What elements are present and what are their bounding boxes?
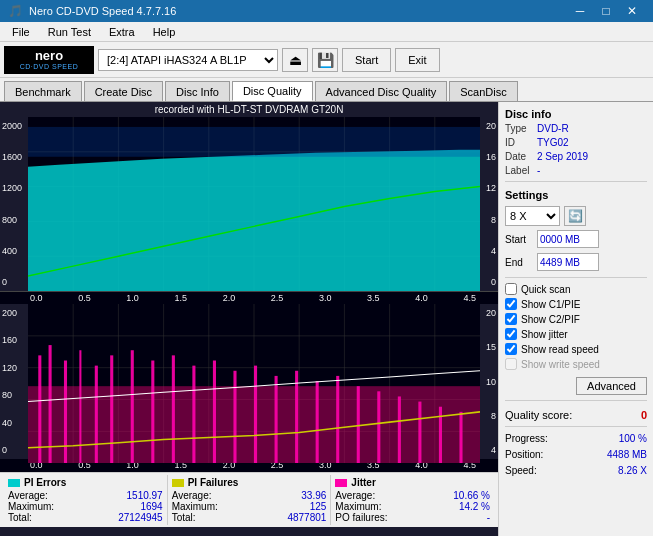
pi-failures-average-val: 33.96 [301, 490, 326, 501]
svg-rect-47 [336, 376, 339, 463]
quick-scan-label: Quick scan [521, 284, 570, 295]
top-chart-svg [28, 117, 480, 291]
label-value: - [537, 165, 540, 176]
quality-score-value: 0 [641, 409, 647, 421]
svg-rect-40 [192, 366, 195, 464]
quality-score-label: Quality score: [505, 409, 572, 421]
legend: PI Errors Average: 1510.97 Maximum: 1694… [0, 472, 498, 527]
refresh-button[interactable]: 🔄 [564, 206, 586, 226]
menu-help[interactable]: Help [145, 24, 184, 40]
pi-errors-label: PI Errors [24, 477, 66, 488]
speed-result-value: 8.26 X [618, 465, 647, 476]
menu-extra[interactable]: Extra [101, 24, 143, 40]
speed-label: Speed: [505, 465, 537, 476]
show-jitter-checkbox[interactable] [505, 328, 517, 340]
jitter-color-swatch [335, 479, 347, 487]
position-value: 4488 MB [607, 449, 647, 460]
type-label: Type [505, 123, 533, 134]
id-label: ID [505, 137, 533, 148]
show-write-speed-label: Show write speed [521, 359, 600, 370]
titlebar: 🎵 Nero CD-DVD Speed 4.7.7.16 ─ □ ✕ [0, 0, 653, 22]
jitter-average-val: 10.66 % [453, 490, 490, 501]
start-button[interactable]: Start [342, 48, 391, 72]
toolbar: nero CD·DVD SPEED [2:4] ATAPI iHAS324 A … [0, 42, 653, 78]
svg-marker-14 [28, 150, 480, 291]
pi-failures-maximum-val: 125 [310, 501, 327, 512]
pi-errors-average-label: Average: [8, 490, 48, 501]
chart-area: recorded with HL-DT-ST DVDRAM GT20N 2000… [0, 102, 498, 536]
speed-select[interactable]: 8 X [505, 206, 560, 226]
svg-rect-32 [49, 345, 52, 463]
start-input[interactable] [537, 230, 599, 248]
legend-pi-errors: PI Errors Average: 1510.97 Maximum: 1694… [4, 475, 168, 525]
advanced-button[interactable]: Advanced [576, 377, 647, 395]
progress-value: 100 % [619, 433, 647, 444]
settings-section-label: Settings [505, 189, 647, 201]
quick-scan-checkbox[interactable] [505, 283, 517, 295]
pi-errors-average-val: 1510.97 [127, 490, 163, 501]
id-value: TYG02 [537, 137, 569, 148]
exit-button[interactable]: Exit [395, 48, 439, 72]
divider-2 [505, 277, 647, 278]
tab-scan-disc[interactable]: ScanDisc [449, 81, 517, 101]
app-logo: nero CD·DVD SPEED [4, 46, 94, 74]
date-value: 2 Sep 2019 [537, 151, 588, 162]
pi-errors-color-swatch [8, 479, 20, 487]
chart-title: recorded with HL-DT-ST DVDRAM GT20N [0, 102, 498, 117]
bottom-yaxis-right: 20 15 10 8 4 [478, 304, 496, 459]
svg-rect-51 [418, 402, 421, 464]
maximize-button[interactable]: □ [593, 1, 619, 21]
disc-info-section-label: Disc info [505, 108, 647, 120]
pi-errors-total-label: Total: [8, 512, 32, 523]
tab-disc-quality[interactable]: Disc Quality [232, 81, 313, 101]
tab-benchmark[interactable]: Benchmark [4, 81, 82, 101]
top-chart: 2000 1600 1200 800 400 0 20 16 12 8 4 0 [0, 117, 498, 292]
drive-select[interactable]: [2:4] ATAPI iHAS324 A BL1P [98, 49, 278, 71]
svg-rect-42 [233, 371, 236, 463]
svg-rect-52 [439, 407, 442, 463]
show-c1pie-checkbox[interactable] [505, 298, 517, 310]
jitter-label: Jitter [351, 477, 375, 488]
save-button[interactable]: 💾 [312, 48, 338, 72]
end-input[interactable] [537, 253, 599, 271]
pi-failures-total-val: 4877801 [287, 512, 326, 523]
divider-3 [505, 400, 647, 401]
eject-button[interactable]: ⏏ [282, 48, 308, 72]
svg-rect-46 [316, 381, 319, 463]
svg-rect-38 [151, 360, 154, 463]
legend-jitter: Jitter Average: 10.66 % Maximum: 14.2 % … [331, 475, 494, 525]
pi-errors-maximum-val: 1694 [140, 501, 162, 512]
top-yaxis-right: 20 16 12 8 4 0 [478, 117, 496, 291]
bottom-chart-svg [28, 304, 480, 463]
jitter-maximum-val: 14.2 % [459, 501, 490, 512]
bottom-chart: 200 160 120 80 40 0 20 15 10 8 4 [0, 304, 498, 459]
bottom-yaxis-left: 200 160 120 80 40 0 [0, 304, 28, 459]
svg-rect-50 [398, 396, 401, 463]
main-content: recorded with HL-DT-ST DVDRAM GT20N 2000… [0, 102, 653, 536]
minimize-button[interactable]: ─ [567, 1, 593, 21]
tab-advanced-disc-quality[interactable]: Advanced Disc Quality [315, 81, 448, 101]
menu-file[interactable]: File [4, 24, 38, 40]
date-label: Date [505, 151, 533, 162]
show-c1pie-label: Show C1/PIE [521, 299, 580, 310]
divider-1 [505, 181, 647, 182]
menu-run-test[interactable]: Run Test [40, 24, 99, 40]
progress-label: Progress: [505, 433, 548, 444]
divider-4 [505, 426, 647, 427]
tab-create-disc[interactable]: Create Disc [84, 81, 163, 101]
jitter-po-val: - [487, 512, 490, 523]
svg-rect-35 [95, 366, 98, 464]
tabbar: Benchmark Create Disc Disc Info Disc Qua… [0, 78, 653, 102]
show-read-speed-checkbox[interactable] [505, 343, 517, 355]
show-write-speed-checkbox[interactable] [505, 358, 517, 370]
show-c2pif-checkbox[interactable] [505, 313, 517, 325]
svg-rect-48 [357, 386, 360, 463]
svg-rect-44 [275, 376, 278, 463]
pi-errors-total-val: 27124945 [118, 512, 163, 523]
app-icon: 🎵 [8, 4, 23, 18]
close-button[interactable]: ✕ [619, 1, 645, 21]
type-value: DVD-R [537, 123, 569, 134]
svg-rect-33 [64, 360, 67, 463]
svg-rect-37 [131, 350, 134, 463]
tab-disc-info[interactable]: Disc Info [165, 81, 230, 101]
